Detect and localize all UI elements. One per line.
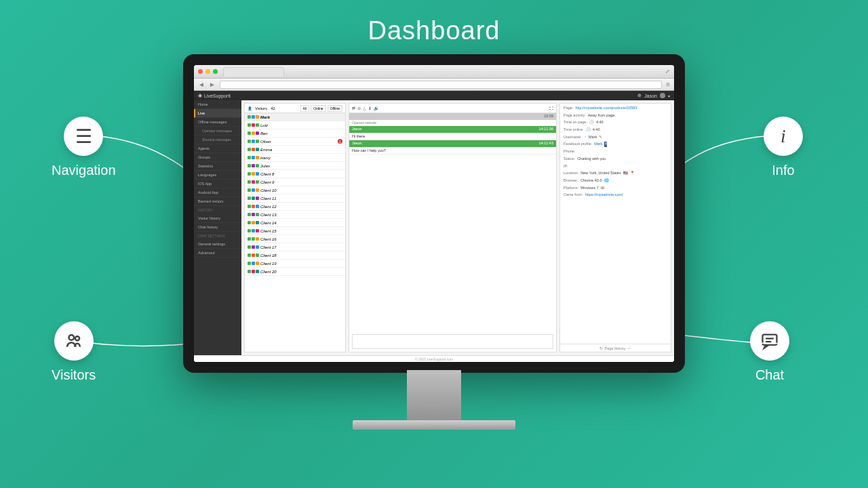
chevron-down-icon[interactable]: ▾ (668, 94, 670, 98)
forward-icon[interactable]: ► (209, 81, 216, 88)
info-camefrom-value[interactable]: https://mywebsite.com/ (585, 192, 623, 198)
app-header: ◉ LiveSupporti ⊕ Jason ▾ (194, 91, 674, 100)
chat-opened-label: Opened website (349, 120, 556, 126)
visitor-row[interactable]: Client 12 (245, 203, 345, 211)
chat-input[interactable] (352, 334, 553, 349)
back-icon[interactable]: ◄ (198, 81, 205, 88)
menu-icon[interactable]: ≡ (666, 81, 670, 88)
sidebar-item[interactable]: Statistics (194, 162, 241, 171)
sidebar-item[interactable]: Android App (194, 188, 241, 197)
filter-online[interactable]: Online (311, 105, 326, 112)
ban-icon[interactable]: ⊘ (357, 106, 361, 110)
info-icon: i (764, 117, 803, 156)
chevron-up-icon: ︿ (627, 346, 631, 350)
info-platform-label: Platform: (564, 186, 578, 191)
close-icon[interactable] (198, 69, 203, 74)
visitor-row[interactable]: Client 18 (245, 251, 345, 260)
info-activity-label: Page activity: (564, 113, 586, 119)
svg-point-0 (68, 335, 74, 340)
sidebar-item[interactable]: Home (194, 100, 241, 109)
edit-icon[interactable]: ✎ (599, 135, 602, 140)
filter-all[interactable]: All (300, 105, 310, 112)
info-ip-label: IP: (564, 164, 568, 169)
visitor-row[interactable]: Client 13 (245, 211, 345, 219)
sidebar-item[interactable]: Shortcut messages (194, 136, 241, 144)
svg-rect-2 (763, 335, 777, 345)
info-fb-label: Facebook profile: (564, 142, 592, 147)
avatar[interactable] (660, 93, 665, 98)
clock-icon: 🕓 (589, 120, 594, 125)
sidebar-item[interactable]: Languages (194, 171, 241, 180)
visitor-row[interactable]: Client 9 (245, 178, 345, 186)
browser-tab[interactable] (223, 67, 284, 77)
message-header-2: Jason 14:11:43 (349, 140, 556, 147)
visitor-row[interactable]: Client 8 (245, 170, 345, 178)
visitor-row[interactable]: Client 10 (245, 186, 345, 195)
sidebar-item[interactable]: iOS App (194, 180, 241, 188)
visitor-row[interactable]: Emma (245, 146, 345, 154)
sidebar-item[interactable]: Visitor history (194, 214, 241, 223)
info-status-label: Status: (564, 157, 575, 162)
info-timeonline-value: 4:40 (593, 127, 600, 133)
pin-icon[interactable]: 📍 (630, 171, 635, 176)
sidebar-item[interactable]: Offline messages (194, 118, 241, 127)
visitor-row[interactable]: Harry (245, 154, 345, 162)
sidebar-item[interactable]: Chat history (194, 223, 241, 232)
sidebar-item[interactable]: Advanced (194, 249, 241, 258)
info-status-value: Chatting with you (577, 157, 606, 162)
info-page-label: Page: (564, 106, 573, 111)
visitor-row[interactable]: Client 17 (245, 243, 345, 251)
info-page-value[interactable]: http://mywebsite.com/products/10583 (575, 106, 637, 111)
download-icon[interactable]: ⬇ (368, 106, 372, 110)
chat-status-bar: 15:59 (349, 113, 556, 120)
fullscreen-icon[interactable]: ⤢ (665, 68, 670, 75)
app-footer: © 2015 LiveSupporti.com (194, 355, 674, 362)
sidebar-item[interactable]: Operator messages (194, 127, 241, 136)
window-controls[interactable] (198, 69, 218, 74)
visitor-row[interactable]: Client 16 (245, 235, 345, 243)
visitor-row[interactable]: Oliver1 (245, 138, 345, 146)
visitor-row[interactable]: Luiz (245, 121, 345, 129)
transfer-icon[interactable]: ⇄ (352, 106, 355, 110)
callout-navigation-label: Navigation (52, 163, 116, 178)
info-fb-value[interactable]: Mark (594, 142, 602, 147)
chat-panel: ⇄ ⊘ △ ⬇ 🔊 ⛶ 15:59 Opened w (349, 103, 557, 352)
chat-status-time: 15:59 (544, 114, 553, 119)
sidebar-item[interactable]: Live (194, 109, 241, 118)
clock-icon: 🕓 (586, 127, 591, 133)
visitor-row[interactable]: Client 19 (245, 260, 345, 268)
msg1-text: Hi there. (349, 133, 556, 140)
monitor-stand-base (353, 420, 515, 430)
maximize-icon[interactable] (213, 69, 218, 74)
info-browser-value: Chrome 40.0 (580, 178, 602, 184)
sidebar-item[interactable]: Agents (194, 144, 241, 153)
user-name[interactable]: Jason (644, 94, 657, 98)
sidebar-item: HISTORY (194, 206, 241, 214)
sidebar-item[interactable]: General settings (194, 240, 241, 249)
visitor-row[interactable]: Client 11 (245, 195, 345, 203)
visitor-row[interactable]: Client 15 (245, 227, 345, 235)
info-platform-value: Windows 7 (580, 186, 599, 191)
visitor-row[interactable]: Mark (245, 113, 345, 121)
minimize-icon[interactable] (205, 69, 210, 74)
sound-icon[interactable]: 🔊 (374, 106, 378, 110)
visitor-row[interactable]: Ben (245, 129, 345, 138)
callout-info-label: Info (764, 163, 803, 178)
visitor-row[interactable]: Client 20 (245, 268, 345, 276)
filter-offline[interactable]: Offline (328, 105, 342, 112)
visitor-row[interactable]: Client 14 (245, 219, 345, 227)
sidebar-item[interactable]: Groups (194, 153, 241, 162)
sidebar-item[interactable]: Banned visitors (194, 197, 241, 206)
callout-visitors-label: Visitors (52, 367, 96, 383)
page-history-toggle[interactable]: ↻ Page history ︿ (560, 344, 671, 352)
url-input[interactable] (220, 81, 662, 89)
svg-point-1 (75, 336, 79, 340)
add-icon[interactable]: ⊕ (637, 93, 642, 98)
people-icon (54, 321, 94, 361)
callout-navigation: ☰ Navigation (52, 117, 116, 178)
visitor-row[interactable]: Jules (245, 162, 345, 170)
attach-icon[interactable]: △ (363, 106, 366, 110)
hamburger-icon: ☰ (64, 117, 103, 156)
msg1-time: 14:11:36 (539, 127, 553, 132)
expand-icon[interactable]: ⛶ (549, 106, 553, 110)
